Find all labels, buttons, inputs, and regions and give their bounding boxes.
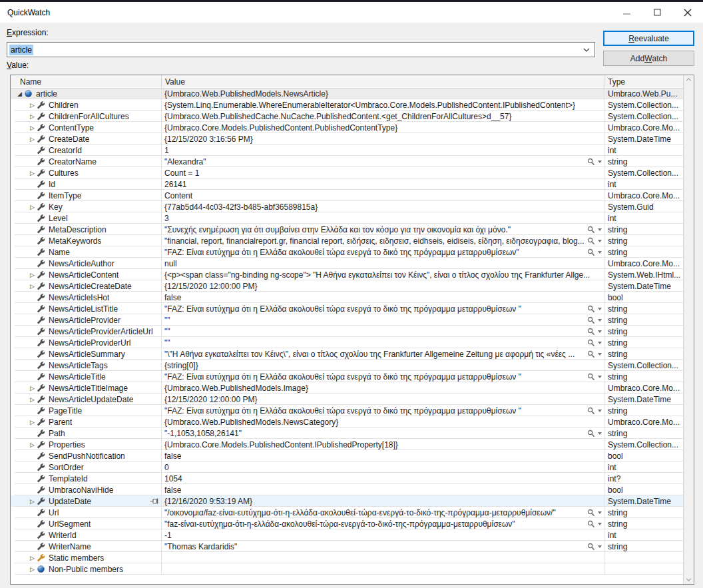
chevron-down-icon[interactable] [598,251,602,254]
name-cell[interactable]: NewsArticleProviderUrl [11,337,162,348]
value-cell[interactable]: {12/16/2020 9:53:19 AM} [162,495,604,507]
table-row[interactable]: ▷NewsArticleContent{<p><span class="ng-b… [11,269,683,280]
chevron-down-icon[interactable] [598,353,602,356]
name-cell[interactable]: ▷CreateDate [11,133,162,145]
value-cell[interactable]: Content [162,190,604,201]
value-cell[interactable]: {string[0]} [162,360,604,371]
chevron-down-icon[interactable] [598,308,602,310]
name-cell[interactable]: SendPushNotification [11,450,162,461]
value-cell[interactable]: {Umbraco.Web.PublishedCache.NuCache.Publ… [162,111,604,122]
name-cell[interactable]: UrlSegment [11,518,162,529]
table-row[interactable]: ▷ContentType{Umbraco.Core.Models.Publish… [11,122,683,133]
value-cell[interactable]: 3 [162,212,604,224]
name-cell[interactable]: ▷Non-Public members [11,563,162,575]
value-cell[interactable]: null [162,258,604,269]
value-cell[interactable]: {12/15/2020 3:16:56 PM} [162,133,604,145]
name-cell[interactable]: Name [11,246,162,258]
name-cell[interactable]: Path [11,428,162,439]
table-row[interactable]: ▷Static members [11,552,683,563]
value-cell[interactable]: "" [162,326,604,337]
table-row[interactable]: SendPushNotificationfalsebool [11,450,683,461]
table-row[interactable]: Path"-1,1053,1058,26141"string [11,428,683,439]
value-cell[interactable]: 0 [162,461,604,473]
name-cell[interactable]: ▷Parent [11,416,162,428]
value-cell[interactable] [162,563,604,575]
chevron-down-icon[interactable] [598,228,602,231]
table-row[interactable]: UrlSegment"faz-είναι-ευτύχημα-ότι-η-ελλά… [11,518,683,529]
scroll-down-icon[interactable] [686,578,692,581]
name-cell[interactable]: ▷NewsArticleCreateDate [11,280,162,292]
value-cell[interactable]: "FAZ: Είναι ευτύχημα ότι η Ελλάδα ακολου… [162,371,604,382]
chevron-down-icon[interactable] [598,342,602,344]
chevron-down-icon[interactable] [583,48,590,52]
chevron-down-icon[interactable] [598,330,602,333]
table-row[interactable]: NewsArticleSummary"\"Η Αθήνα εγκαταλείπε… [11,348,683,360]
magnifier-icon[interactable] [587,407,602,415]
table-row[interactable]: Id26141int [11,178,683,190]
table-row[interactable]: NewsArticleProviderUrl""string [11,337,683,348]
magnifier-icon[interactable] [587,237,602,245]
name-cell[interactable]: UmbracoNaviHide [11,484,162,495]
vertical-scrollbar[interactable] [683,75,694,584]
table-row[interactable]: ▷Parent{Umbraco.Web.PublishedModels.News… [11,416,683,428]
pin-icon[interactable] [150,498,160,504]
table-row[interactable]: MetaKeywords"financial, report, financia… [11,235,683,246]
value-cell[interactable]: 1054 [162,473,604,484]
name-cell[interactable]: ▷Static members [11,552,162,563]
chevron-down-icon[interactable] [598,410,602,412]
magnifier-icon[interactable] [587,316,602,324]
value-cell[interactable]: 1 [162,145,604,156]
value-cell[interactable]: {Umbraco.Core.Models.PublishedContent.Pu… [162,122,604,133]
table-row[interactable]: NewsArticleProviderArticleUrl""string [11,326,683,337]
name-cell[interactable]: Level [11,212,162,224]
table-row[interactable]: ▷ChildrenForAllCultures{Umbraco.Web.Publ… [11,111,683,122]
value-cell[interactable]: 26141 [162,178,604,190]
name-cell[interactable]: PageTitle [11,405,162,416]
magnifier-icon[interactable] [587,339,602,347]
table-row[interactable]: NewsArticleProvider""string [11,314,683,326]
table-row[interactable]: SortOrder0int [11,461,683,473]
table-row[interactable]: PageTitle"FAZ: Είναι ευτύχημα ότι η Ελλά… [11,405,683,416]
value-cell[interactable]: false [162,450,604,461]
magnifier-icon[interactable] [587,305,602,313]
value-cell[interactable]: {12/15/2020 12:00:00 PM} [162,394,604,405]
name-cell[interactable]: WriterId [11,529,162,541]
name-cell[interactable]: NewsArticleTitle [11,371,162,382]
expander-collapsed-icon[interactable]: ▷ [28,270,37,280]
name-cell[interactable]: NewsArticleAuthor [11,258,162,269]
expander-collapsed-icon[interactable]: ▷ [28,281,37,292]
value-cell[interactable]: "Συνεχής ενημέρωση για ότι συμβαίνει στη… [162,224,604,235]
value-cell[interactable]: "FAZ: Είναι ευτύχημα ότι η Ελλάδα ακολου… [162,303,604,314]
name-cell[interactable]: ▷ContentType [11,122,162,133]
name-cell[interactable]: ◢article [11,88,162,99]
name-cell[interactable]: ▷Properties [11,439,162,450]
table-row[interactable]: NewsArticleAuthornullUmbraco.Core.Mo... [11,258,683,269]
table-row[interactable]: CreatorId1int [11,145,683,156]
name-cell[interactable]: WriterName [11,541,162,552]
expression-combobox[interactable]: article [7,42,595,57]
value-cell[interactable]: {System.Linq.Enumerable.WhereEnumerableI… [162,99,604,111]
value-cell[interactable]: {Umbraco.Web.PublishedModels.Image} [162,382,604,394]
column-header-name[interactable]: Name [11,75,162,88]
value-cell[interactable]: "FAZ: Είναι ευτύχημα ότι η Ελλάδα ακολου… [162,405,604,416]
table-row[interactable]: NewsArticleTitle"FAZ: Είναι ευτύχημα ότι… [11,371,683,382]
value-cell[interactable]: "-1,1053,1058,26141" [162,428,604,439]
table-row[interactable]: UmbracoNaviHidefalsebool [11,484,683,495]
magnifier-icon[interactable] [587,509,602,517]
table-row[interactable]: CreatorName"Alexandra"string [11,156,683,167]
table-row[interactable]: ◢article{Umbraco.Web.PublishedModels.New… [11,88,683,99]
value-cell[interactable]: "faz-είναι-ευτύχημα-ότι-η-ελλάδα-ακολουθ… [162,518,604,529]
table-row[interactable]: NewsArticleTags{string[0]}System.Collect… [11,360,683,371]
expression-input-value[interactable]: article [9,45,33,55]
expander-collapsed-icon[interactable]: ▷ [28,417,37,428]
table-row[interactable]: WriterName"Thomas Kardaridis"string [11,541,683,552]
add-watch-button[interactable]: Add Watch [603,51,694,66]
reevaluate-button[interactable]: Reevaluate [603,31,694,46]
name-cell[interactable]: SortOrder [11,461,162,473]
table-row[interactable]: ▷CulturesCount = 1System.Collection... [11,167,683,178]
name-cell[interactable]: ▷Cultures [11,167,162,178]
table-row[interactable]: ▷UpdateDate{12/16/2020 9:53:19 AM}System… [11,495,683,507]
value-cell[interactable]: "/οικονομια/faz-είναι-ευτύχημα-ότι-η-ελλ… [162,507,604,518]
maximize-button[interactable] [642,2,672,23]
scroll-up-icon[interactable] [686,78,692,81]
